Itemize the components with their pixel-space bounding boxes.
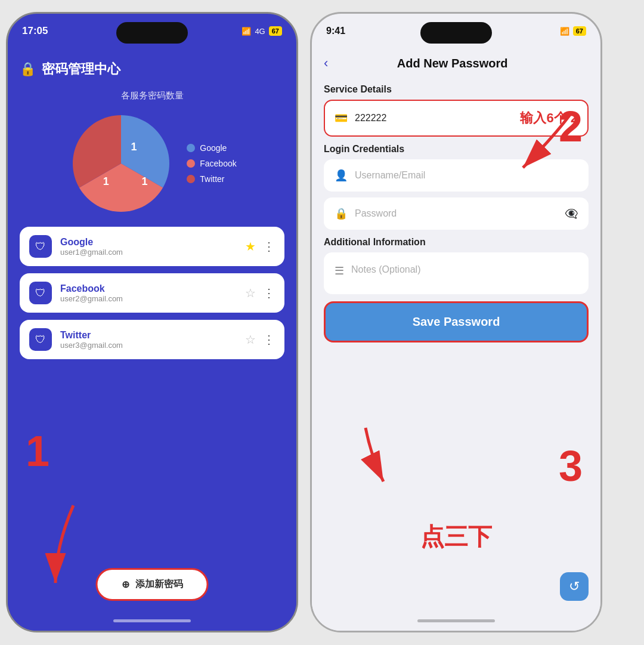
annotation-number-2: 2 [559,102,583,151]
right-screen: ‹ Add New Password Service Details 💳 222… [312,48,600,631]
lock-icon: 🔒 [20,61,36,77]
pie-svg: 1 1 1 [67,110,175,217]
right-home-bar [417,619,495,622]
notes-placeholder: Notes (Optional) [351,264,578,275]
chart-title: 各服务密码数量 [20,90,284,101]
left-time: 17:05 [22,25,48,37]
more-icon[interactable]: ⋮ [263,239,275,254]
star-empty-icon[interactable]: ☆ [245,286,256,300]
pw-item-facebook[interactable]: 🛡 Facebook user2@gmail.com ☆ ⋮ [20,273,284,313]
google-legend-label: Google [200,143,227,153]
additional-label: Additional Information [324,237,589,248]
back-button[interactable]: ‹ [324,55,334,71]
left-notch [116,22,188,44]
notes-icon: ☰ [335,264,344,277]
right-nav: ‹ Add New Password [324,48,589,77]
lock-icon: 🔒 [335,207,348,220]
twitter-legend-label: Twitter [200,174,224,184]
pw-name-facebook: Facebook [60,283,237,294]
service-name-value: 222222 [355,113,509,124]
pw-user-google: user1@gmail.com [60,248,237,257]
facebook-dot [187,159,195,168]
pw-item-twitter[interactable]: 🛡 Twitter user3@gmail.com ☆ ⋮ [20,320,284,359]
password-field[interactable]: 🔒 Password 👁‍🗨 [324,197,589,230]
pw-info-google: Google user1@gmail.com [60,237,237,257]
right-phone: 9:41 📶 67 ‹ Add New Password Service Det… [310,12,602,632]
google-label: 1 [131,141,137,153]
right-time: 9:41 [326,26,345,36]
add-button-label: 添加新密码 [135,578,183,591]
star-filled-icon[interactable]: ★ [245,239,256,254]
eye-slash-icon[interactable]: 👁‍🗨 [565,207,578,220]
right-status-icons: 📶 67 [560,26,586,36]
pw-actions-twitter: ☆ ⋮ [245,332,275,347]
arrow-1-svg [26,499,97,595]
password-placeholder: Password [355,208,558,219]
facebook-label: 1 [142,175,148,187]
pw-actions-google: ★ ⋮ [245,239,275,254]
left-phone: 17:05 🌙 📶 4G 67 🔒 密码管理中心 各服务密码数量 [6,12,298,632]
signal-icon: 📶 [242,27,251,36]
more-icon-2[interactable]: ⋮ [263,286,275,300]
app-title: 密码管理中心 [42,60,120,78]
right-screen-title: Add New Password [334,57,571,70]
plus-circle-icon: ⊕ [122,579,129,590]
add-password-button[interactable]: ⊕ 添加新密码 [96,568,209,601]
service-name-field[interactable]: 💳 222222 输入6个 2 [324,100,589,137]
username-field[interactable]: 👤 Username/Email [324,159,589,192]
card-icon: 💳 [335,112,348,125]
pw-item-google[interactable]: 🛡 Google user1@gmail.com ★ ⋮ [20,227,284,266]
annotation-number-3: 3 [559,442,583,490]
refresh-button[interactable]: ↺ [560,572,589,601]
battery-badge: 67 [269,26,282,36]
twitter-dot [187,175,195,183]
save-password-button[interactable]: Save Password [324,301,589,342]
more-icon-3[interactable]: ⋮ [263,332,275,347]
legend-facebook: Facebook [187,159,236,168]
credentials-label: Login Credentials [324,144,589,155]
legend-twitter: Twitter [187,174,236,184]
pw-user-twitter: user3@gmail.com [60,341,237,350]
dian-annotation: 点三下 [420,520,492,553]
username-placeholder: Username/Email [355,170,578,181]
star-empty-icon-2[interactable]: ☆ [245,332,256,347]
facebook-legend-label: Facebook [200,159,236,168]
chart-section: 各服务密码数量 1 1 1 [20,90,284,217]
right-signal-icon: 📶 [560,27,569,36]
pw-user-facebook: user2@gmail.com [60,294,237,303]
user-icon: 👤 [335,169,348,182]
twitter-label: 1 [103,175,109,187]
pw-icon-facebook: 🛡 [29,282,52,304]
pw-icon-google: 🛡 [29,235,52,258]
left-status-icons: 📶 4G 67 [242,26,282,36]
password-list: 🛡 Google user1@gmail.com ★ ⋮ 🛡 Facebook … [20,227,284,359]
chart-area: 1 1 1 Google Facebook [20,110,284,217]
pw-info-facebook: Facebook user2@gmail.com [60,283,237,303]
arrow-3-svg [336,422,431,493]
pw-actions-facebook: ☆ ⋮ [245,286,275,300]
left-screen: 🔒 密码管理中心 各服务密码数量 1 1 [8,48,296,631]
pw-info-twitter: Twitter user3@gmail.com [60,330,237,350]
network-label: 4G [255,27,265,36]
pw-name-twitter: Twitter [60,330,237,341]
left-home-bar [113,619,191,622]
pw-icon-twitter: 🛡 [29,328,52,351]
legend-google: Google [187,143,236,153]
pie-chart: 1 1 1 [67,110,175,217]
right-battery-badge: 67 [573,26,586,36]
right-notch [420,22,492,44]
left-header: 🔒 密码管理中心 [20,60,284,78]
notes-field[interactable]: ☰ Notes (Optional) [324,252,589,294]
service-details-label: Service Details [324,84,589,95]
annotation-number-1: 1 [26,427,49,476]
pw-name-google: Google [60,237,237,248]
google-dot [187,144,195,152]
chart-legend: Google Facebook Twitter [187,143,236,184]
